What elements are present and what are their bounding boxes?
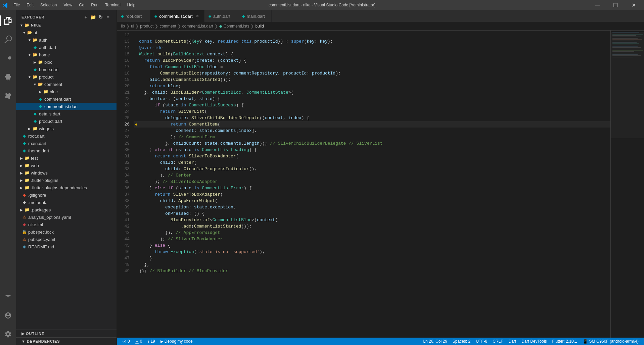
- tab-commentlist-dart[interactable]: ◆ commentList.dart ✕: [150, 10, 204, 22]
- menu-view[interactable]: View: [61, 1, 75, 9]
- tab-commentlist-close[interactable]: ✕: [195, 13, 200, 19]
- tree-windows-folder[interactable]: ▶ 📁 windows: [16, 169, 117, 177]
- refresh-icon[interactable]: ↻: [98, 14, 104, 20]
- tree-home-folder[interactable]: ▼ 📂 home: [16, 51, 117, 58]
- activity-settings[interactable]: [0, 326, 16, 342]
- status-debug[interactable]: ▶ Debug my code: [158, 338, 195, 345]
- tab-auth-dart[interactable]: ◆ auth.dart: [204, 10, 238, 22]
- status-info[interactable]: ℹ 19: [145, 338, 157, 345]
- menu-file[interactable]: File: [11, 1, 22, 9]
- menu-edit[interactable]: Edit: [24, 1, 36, 9]
- activity-git[interactable]: [0, 50, 16, 66]
- project-label: NIKE: [31, 23, 41, 27]
- tree-comment-folder[interactable]: ▼ 📂 comment: [16, 81, 117, 88]
- breadcrumb-lib[interactable]: lib: [121, 24, 125, 29]
- root-dart-label: root.dart: [28, 134, 44, 139]
- tree-widgets-folder[interactable]: ▶ 📁 widgets: [16, 125, 117, 132]
- tree-flutter-plugins[interactable]: ▶ 📁 .flutter-plugins: [16, 177, 117, 184]
- status-warnings[interactable]: △ 0: [133, 338, 145, 345]
- tree-comment-dart[interactable]: ◆ comment.dart: [16, 95, 117, 103]
- packages-icon: 📁: [24, 207, 30, 212]
- tree-root-dart[interactable]: ◆ root.dart: [16, 132, 117, 140]
- tree-comment-bloc[interactable]: ▶ 📁 bloc: [16, 88, 117, 95]
- tree-metadata[interactable]: ◆ .metadata: [16, 199, 117, 206]
- status-spaces[interactable]: Spaces: 2: [450, 338, 473, 345]
- new-file-icon[interactable]: +: [83, 14, 89, 20]
- flutter-text: Flutter: 2.10.1: [552, 339, 577, 344]
- menu-selection[interactable]: Selection: [38, 1, 59, 9]
- activity-search[interactable]: [0, 32, 16, 48]
- collapse-all-icon[interactable]: ≡: [105, 14, 111, 20]
- breadcrumb-comment[interactable]: comment: [159, 24, 176, 29]
- menu-help[interactable]: Help: [125, 1, 138, 9]
- status-position[interactable]: Ln 26, Col 29: [420, 338, 450, 345]
- tree-details-dart[interactable]: ◆ details.dart: [16, 110, 117, 117]
- tree-test-folder[interactable]: ▶ 📁 test: [16, 154, 117, 162]
- tree-auth-dart[interactable]: ◆ auth.dart: [16, 44, 117, 51]
- menu-run[interactable]: Run: [88, 1, 101, 9]
- tree-gitignore[interactable]: ◆ .gitignore: [16, 191, 117, 199]
- flutter-plugins-arrow: ▶: [19, 178, 24, 183]
- tree-commentlist-dart[interactable]: ◆ commentList.dart: [16, 103, 117, 110]
- activity-extensions[interactable]: [0, 88, 16, 104]
- status-dart-devtools[interactable]: Dart DevTools: [519, 338, 549, 345]
- tree-pubspec-yaml[interactable]: ⚠ pubspec.yaml: [16, 236, 117, 243]
- new-folder-icon[interactable]: 📁: [90, 14, 96, 20]
- activity-explorer[interactable]: [0, 13, 16, 29]
- test-folder-icon: 📁: [24, 155, 30, 161]
- status-language[interactable]: Dart: [506, 338, 519, 345]
- dependencies-header[interactable]: ▼ DEPENDENCIES: [16, 338, 117, 345]
- code-line-21: }, child: BlocBuilder<CommentListBloc, C…: [134, 89, 610, 96]
- tree-readme-md[interactable]: ◆ README.md: [16, 243, 117, 250]
- error-icon: ☉: [122, 339, 126, 344]
- status-encoding[interactable]: UTF-8: [473, 338, 490, 345]
- breadcrumb-ui[interactable]: ui: [131, 24, 134, 29]
- menu-go[interactable]: Go: [76, 1, 87, 9]
- breadcrumb-method[interactable]: build: [255, 24, 264, 29]
- tree-home-bloc[interactable]: ▶ 📁 bloc: [16, 58, 117, 66]
- tree-project-root[interactable]: ▼ 📂 NIKE: [16, 21, 117, 29]
- tab-root-dart[interactable]: ◆ root.dart: [117, 10, 150, 22]
- line-28: 28: [121, 134, 130, 140]
- tree-flutter-plugins-deps[interactable]: ▶ 📁 .flutter-plugins-dependencies: [16, 184, 117, 191]
- tree-packages[interactable]: ▶ 📁 .packages: [16, 206, 117, 213]
- tree-home-dart[interactable]: ◆ home.dart: [16, 66, 117, 73]
- tab-main-dart[interactable]: ◆ main.dart: [238, 10, 272, 22]
- ui-folder-icon: 📂: [27, 30, 32, 35]
- maximize-button[interactable]: ☐: [608, 0, 623, 10]
- tree-product-dart[interactable]: ◆ product.dart: [16, 117, 117, 125]
- code-editor[interactable]: const CommentLists({Key? key, required t…: [134, 31, 610, 338]
- minimize-button[interactable]: —: [590, 0, 605, 10]
- menu-terminal[interactable]: Terminal: [102, 1, 123, 9]
- tree-nike-iml[interactable]: ◆ nike.iml: [16, 221, 117, 228]
- details-dart-label: details.dart: [39, 111, 60, 116]
- line-33: 33: [121, 166, 130, 172]
- status-flutter-version[interactable]: Flutter: 2.10.1: [550, 338, 580, 345]
- breadcrumb-product[interactable]: product: [140, 24, 153, 29]
- activity-account[interactable]: [0, 307, 16, 324]
- status-errors[interactable]: ☉ 0: [120, 338, 133, 345]
- line-17: 17: [121, 64, 130, 70]
- close-button[interactable]: ✕: [626, 0, 641, 10]
- tree-ui[interactable]: ▼ 📂 ui: [16, 29, 117, 36]
- tree-main-dart[interactable]: ◆ main.dart: [16, 140, 117, 147]
- widgets-arrow: ▶: [27, 126, 32, 131]
- code-line-38: child: AppErrorWidget(: [134, 198, 610, 204]
- tree-web-folder[interactable]: ▶ 📁 web: [16, 162, 117, 169]
- breadcrumb-file[interactable]: commentList.dart: [182, 24, 213, 29]
- tree-product-folder[interactable]: ▼ 📂 product: [16, 73, 117, 81]
- tree-analysis-options[interactable]: ⚠ analysis_options.yaml: [16, 213, 117, 221]
- status-eol[interactable]: CRLF: [490, 338, 506, 345]
- line-30: 30: [121, 147, 130, 153]
- outline-header[interactable]: ▶ OUTLINE: [16, 330, 117, 337]
- code-line-37: return SliverToBoxAdapter(: [134, 191, 610, 198]
- status-device[interactable]: 📱 SM G950F (android-arm64): [580, 338, 641, 345]
- activity-remote[interactable]: [0, 289, 16, 305]
- spaces-text: Spaces: 2: [453, 339, 470, 344]
- tree-theme-dart[interactable]: ◆ theme.dart: [16, 147, 117, 154]
- tree-auth-folder[interactable]: ▼ 📂 auth: [16, 36, 117, 44]
- encoding-text: UTF-8: [476, 339, 487, 344]
- breadcrumb-class[interactable]: CommentLists: [224, 24, 249, 29]
- activity-debug[interactable]: [0, 69, 16, 85]
- tree-pubspec-lock[interactable]: 🔒 pubspec.lock: [16, 228, 117, 236]
